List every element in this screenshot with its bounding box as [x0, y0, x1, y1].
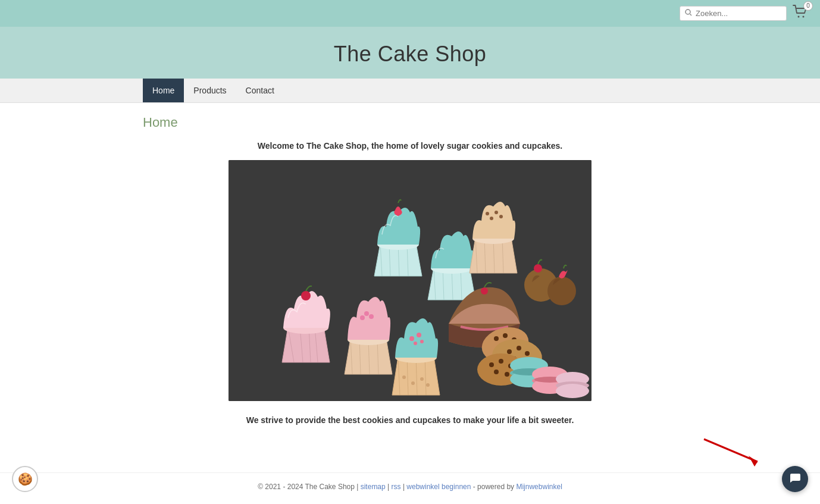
svg-point-3 [803, 15, 805, 17]
cart-button[interactable]: 0 [793, 5, 808, 23]
svg-point-26 [426, 383, 430, 387]
nav-item-products[interactable]: Products [184, 79, 236, 102]
svg-line-1 [690, 14, 692, 16]
svg-point-17 [369, 314, 374, 319]
svg-point-30 [503, 333, 508, 338]
search-icon [685, 9, 692, 18]
svg-point-36 [517, 346, 521, 350]
page-heading: Home [143, 115, 677, 130]
footer-powered: - powered by [473, 483, 517, 491]
svg-point-35 [507, 349, 512, 354]
cart-count: 0 [803, 1, 813, 11]
welcome-text: Welcome to The Cake Shop, the home of lo… [143, 141, 677, 151]
bottom-text: We strive to provide the best cookies an… [143, 415, 677, 425]
svg-point-19 [409, 336, 414, 341]
top-bar: 0 [0, 0, 820, 27]
svg-point-41 [489, 362, 494, 367]
svg-point-22 [420, 340, 424, 343]
main-content: Home Welcome to The Cake Shop, the home … [0, 103, 820, 472]
svg-point-45 [505, 372, 509, 377]
footer-copyright: © 2021 - 2024 The Cake Shop [258, 483, 355, 491]
site-title: The Cake Shop [0, 42, 820, 67]
search-input[interactable] [696, 9, 781, 18]
svg-point-12 [499, 215, 503, 218]
svg-point-23 [402, 375, 406, 379]
svg-point-58 [547, 277, 576, 305]
nav-item-contact[interactable]: Contact [236, 79, 284, 102]
nav-item-home[interactable]: Home [143, 79, 184, 102]
svg-point-20 [417, 333, 421, 337]
svg-point-15 [360, 315, 365, 320]
chat-icon [788, 471, 802, 487]
nav-bar: Home Products Contact [0, 79, 820, 103]
svg-point-13 [486, 212, 489, 215]
svg-point-37 [525, 351, 530, 356]
svg-point-27 [481, 287, 488, 295]
site-footer: © 2021 - 2024 The Cake Shop | sitemap | … [0, 472, 820, 500]
footer-link-rss[interactable]: rss [392, 483, 401, 491]
svg-point-25 [420, 377, 424, 381]
search-wrapper[interactable] [680, 6, 787, 21]
svg-point-29 [494, 336, 499, 341]
cookie-icon: 🍪 [18, 472, 33, 486]
cookie-button[interactable]: 🍪 [12, 466, 38, 492]
svg-point-6 [301, 291, 311, 300]
svg-point-56 [556, 384, 589, 398]
svg-point-2 [798, 15, 800, 17]
svg-point-44 [494, 370, 499, 374]
footer-link-mijnwebwinkel[interactable]: Mijnwebwinkel [516, 483, 562, 491]
svg-point-11 [494, 211, 498, 214]
svg-point-59 [534, 264, 542, 273]
svg-point-10 [490, 217, 493, 220]
footer-link-sitemap[interactable]: sitemap [361, 483, 386, 491]
footer-link-webwinkel[interactable]: webwinkel beginnen [406, 483, 471, 491]
svg-point-24 [411, 381, 415, 385]
svg-point-42 [499, 359, 503, 364]
site-header: The Cake Shop [0, 27, 820, 79]
cake-image [229, 160, 591, 401]
chat-button[interactable] [782, 466, 808, 492]
svg-point-16 [364, 311, 369, 316]
svg-point-21 [414, 342, 417, 345]
svg-point-0 [686, 10, 690, 14]
